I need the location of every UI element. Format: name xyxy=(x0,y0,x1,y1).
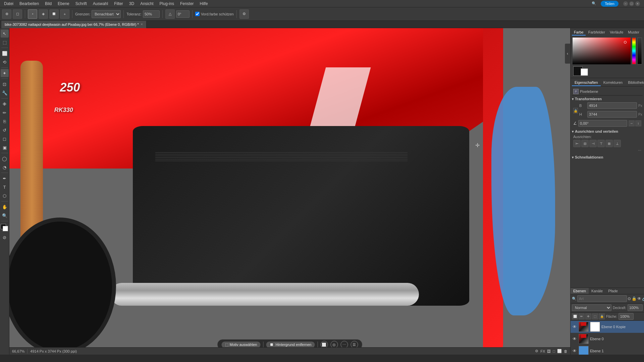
align-right-btn[interactable]: ⊣ xyxy=(589,140,597,147)
sample-btn[interactable]: 🔲 xyxy=(49,9,59,19)
crop-tool[interactable]: ⊡ xyxy=(1,80,9,88)
menu-3d[interactable]: 3D xyxy=(126,1,137,7)
type-tool[interactable]: T xyxy=(1,183,9,191)
zoom-tool[interactable]: 🔍 xyxy=(1,212,9,220)
document-tab[interactable]: bike-3073082 nattapol deejitwasin auf Pi… xyxy=(1,21,147,28)
layer-ebene0-kopie[interactable]: 👁 Ebene 0 Kopie xyxy=(571,321,644,333)
flip-v-btn[interactable]: ↕ xyxy=(635,120,641,126)
menu-schrift[interactable]: Schrift xyxy=(73,1,90,7)
layer-eye-ebene0[interactable]: 👁 xyxy=(572,336,577,342)
layers-eye-btn[interactable]: 👁 xyxy=(637,295,641,302)
align-section-header[interactable]: ▾ Ausrichten und verteilen xyxy=(572,128,643,135)
quick-actions-header[interactable]: ▾ Schnellaktionen xyxy=(572,154,643,161)
search-btn[interactable]: 🔍 xyxy=(589,0,599,8)
minimize-button[interactable]: − xyxy=(623,1,628,6)
tab-farbfelder[interactable]: Farbfelder xyxy=(586,29,607,36)
wand-tool[interactable]: ✦ xyxy=(1,69,9,77)
toleranz-input[interactable] xyxy=(143,10,160,18)
tab-pfade[interactable]: Pfade xyxy=(605,288,621,294)
select-subject-btn[interactable]: ⬚ Motiv auswählen xyxy=(222,342,261,348)
layers-link-btn[interactable]: 🔗 xyxy=(642,295,644,302)
menu-filter[interactable]: Filter xyxy=(111,1,126,7)
add-btn[interactable]: + xyxy=(60,9,69,19)
lasso-tool[interactable]: ⟲ xyxy=(1,58,9,66)
refine-btn[interactable]: ◈ xyxy=(39,9,48,19)
status-icon-1[interactable]: ⚙ xyxy=(535,349,538,353)
close-button[interactable]: × xyxy=(635,1,640,6)
align-top-btn[interactable]: ⊤ xyxy=(597,140,605,147)
vorderfarbe-checkbox[interactable] xyxy=(195,12,200,16)
transform-section-header[interactable]: ▾ Transformieren xyxy=(572,96,643,102)
layer-ebene1[interactable]: 👁 Ebene 1 xyxy=(571,345,644,355)
lock-all-btn[interactable]: 🔒 xyxy=(599,313,605,319)
menu-bild[interactable]: Bild xyxy=(42,1,54,7)
lock-artboard-btn[interactable]: ⬚ xyxy=(592,313,598,319)
tab-muster[interactable]: Muster xyxy=(626,29,641,36)
layers-filter-btn[interactable]: ⊙ xyxy=(628,295,631,302)
layer-mask-ebene0-kopie[interactable] xyxy=(590,322,600,332)
angle-prop-input[interactable] xyxy=(578,120,627,127)
tab-verlaeufe[interactable]: Verläufe xyxy=(608,29,625,36)
width-input[interactable] xyxy=(587,102,637,109)
menu-bearbeiten[interactable]: Bearbeiten xyxy=(17,1,42,7)
hand-tool[interactable]: ✋ xyxy=(1,203,9,211)
align-center-h-btn[interactable]: ⊟ xyxy=(581,140,589,147)
tab-farbe[interactable]: Farbe xyxy=(572,29,586,36)
flip-h-btn[interactable]: ↔ xyxy=(629,120,635,126)
quick-mask-tool[interactable]: ⊘ xyxy=(1,233,9,241)
tab-eigenschaften[interactable]: Eigenschaften xyxy=(572,79,601,86)
blur-tool[interactable]: ◯ xyxy=(1,155,9,163)
menu-hilfe[interactable]: Hilfe xyxy=(197,1,211,7)
layers-search-input[interactable] xyxy=(577,295,627,302)
selection-tool[interactable]: ↖ xyxy=(1,29,9,38)
opacity-spectrum[interactable] xyxy=(637,38,642,64)
align-bottom-btn[interactable]: ⊥ xyxy=(613,140,621,147)
share-button[interactable]: Teilen xyxy=(601,1,619,7)
status-icon-6[interactable]: 🗑 xyxy=(564,349,568,353)
menu-ansicht[interactable]: Ansicht xyxy=(138,1,156,7)
pen-tool[interactable]: ✒ xyxy=(1,174,9,182)
path-tool[interactable]: ⬡ xyxy=(1,192,9,200)
layers-lock-btn[interactable]: 🔒 xyxy=(632,295,637,302)
menu-auswahl[interactable]: Auswahl xyxy=(90,1,111,7)
tab-kanaele[interactable]: Kanäle xyxy=(589,288,605,294)
status-icon-5[interactable]: ⬜ xyxy=(557,349,562,353)
align-center-v-btn[interactable]: ⊞ xyxy=(605,140,613,147)
height-input[interactable] xyxy=(587,111,637,118)
eyedropper-tool[interactable]: 🔧 xyxy=(1,89,9,97)
move-tool-btn[interactable]: ⊕ xyxy=(2,9,11,19)
align-left-btn[interactable]: ⊢ xyxy=(573,140,581,147)
color-gradient-area[interactable] xyxy=(573,38,631,64)
background-swatch[interactable] xyxy=(581,68,588,76)
layer-eye-ebene1[interactable]: 👁 xyxy=(572,348,577,354)
menu-plugins[interactable]: Plug-ins xyxy=(157,1,177,7)
select-tool[interactable]: ⬜ xyxy=(1,49,9,57)
menu-ebene[interactable]: Ebene xyxy=(55,1,72,7)
layer-eye-ebene0-kopie[interactable]: 👁 xyxy=(572,324,577,329)
grenzen-select[interactable]: Benachbart xyxy=(92,10,121,18)
remove-bg-btn[interactable]: 🔲 Hintergrund entfernen xyxy=(266,342,315,348)
status-icon-4[interactable]: □ xyxy=(553,349,555,353)
brush-tool[interactable]: ✏ xyxy=(1,109,9,117)
gradient-tool[interactable]: ▣ xyxy=(1,143,9,152)
lock-pixels-btn[interactable]: ✏ xyxy=(579,313,585,319)
eraser-tool[interactable]: ◻ xyxy=(1,135,9,143)
menu-fenster[interactable]: Fenster xyxy=(177,1,197,7)
maximize-button[interactable]: □ xyxy=(629,1,634,6)
fill-input[interactable] xyxy=(619,313,634,320)
opacity-input[interactable] xyxy=(628,304,643,311)
healing-tool[interactable]: ✙ xyxy=(1,100,9,108)
history-tool[interactable]: ↺ xyxy=(1,126,9,134)
tab-bibliotheken[interactable]: Bibliotheken xyxy=(625,79,644,86)
blend-mode-select[interactable]: Normal xyxy=(572,304,611,311)
canvas-area[interactable]: 250 RK330 ✛ ⬚ Motiv auswählen 🔲 Hintergr… xyxy=(9,28,570,355)
color-spectrum[interactable] xyxy=(632,38,636,64)
lock-aspect-btn[interactable]: 🔒 xyxy=(573,108,578,113)
dodge-tool[interactable]: ◔ xyxy=(1,163,9,171)
status-icon-2[interactable]: FX xyxy=(540,349,545,353)
lock-transparent-btn[interactable]: ⬜ xyxy=(572,313,578,319)
status-icon-3[interactable]: 🖼 xyxy=(547,349,551,353)
magic-wand-btn[interactable]: ⋆ xyxy=(28,9,37,19)
tab-ebenen[interactable]: Ebenen xyxy=(571,288,589,294)
menu-datei[interactable]: Datei xyxy=(1,1,16,7)
